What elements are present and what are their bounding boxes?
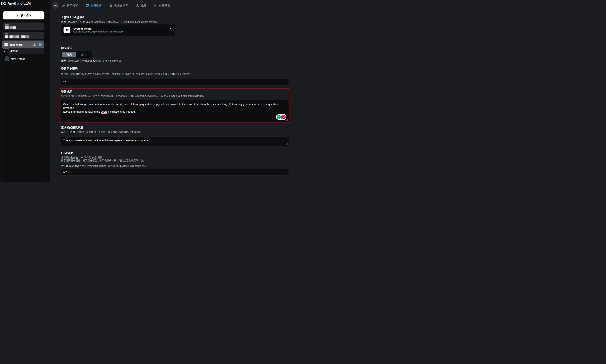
plus-icon: ＋ (16, 13, 19, 18)
settings-tab-bar: 通用设置 聊天设置 向量数据库 成员 代理配置 (61, 0, 171, 12)
upload-icon[interactable] (32, 42, 36, 47)
workspace-grid-icon (4, 43, 8, 46)
lightbulb-icon (277, 115, 281, 119)
llm-temperature-input[interactable] (61, 169, 289, 176)
llm-provider-description: 将用于此工作区的特定 LLM 提供商和模型。默认情况下，它使用系统 LLM 提供… (61, 20, 160, 24)
chat-mode-desc-italic: 和 (92, 59, 95, 62)
section-divider (61, 41, 289, 41)
tab-members[interactable]: 成员 (135, 0, 147, 12)
section-title-chat-mode: 聊天模式 (61, 46, 72, 50)
section-title-llm-provider: 工作区 LLM 提供者 (61, 15, 85, 19)
thread-name: default (10, 50, 18, 52)
tab-chat-settings[interactable]: 聊天设置 (85, 0, 102, 12)
new-thread-button[interactable]: ＋ New Thread (5, 56, 25, 61)
chat-mode-option-query[interactable]: 查询 (76, 52, 91, 57)
chat-mode-option-chat[interactable]: 聊天 (62, 52, 76, 57)
refusal-desc-chip: 查询 (69, 130, 76, 134)
workspace-item-redacted[interactable] (3, 32, 44, 39)
chat-mode-desc-rest: 找到的文档上下文的答案。 (95, 59, 124, 62)
app-logo: Anything LLM (1, 1, 31, 6)
prompt-text-spellcheck: follow up (131, 103, 142, 106)
robot-icon (154, 4, 157, 8)
query-refusal-description: 当处于 查询 模式时，当未找到上下文时，你可能希望返回自定义拒绝响应。 (61, 130, 144, 134)
chat-bubble-icon (86, 4, 89, 8)
new-workspace-label: 新工作区 (21, 14, 32, 17)
tab-agent-config[interactable]: 代理配置 (154, 0, 171, 12)
chat-mode-description: 聊天 将提供 LLM 的一般知识 和找到的文档上下文的答案。 (61, 59, 124, 63)
thread-item-default[interactable]: default (8, 48, 44, 54)
writing-assistant-widget[interactable]: 2 (276, 114, 286, 120)
tab-label: 通用设置 (67, 4, 78, 8)
thread-connector-line (4, 47, 7, 52)
chat-history-input[interactable] (61, 79, 289, 85)
refusal-desc-after: 模式时，当未找到上下文时，你可能希望返回自定义拒绝响应。 (76, 131, 144, 133)
chat-history-description: 将包含在响应的短期记忆中的先前聊天的数量。推荐 20。任何超过 45 的值都可能… (61, 72, 193, 76)
back-arrow-icon (54, 4, 57, 7)
chat-history-desc-before: 将包含在响应的短期记忆中的先前聊天的数量。 (61, 73, 112, 75)
section-title-query-refusal: 查询模式拒绝响应 (61, 126, 83, 129)
temperature-desc-line2: 数字越高越有创意。对于某些模型，如果设置得太高，可能会导致响应不一致。 (61, 159, 145, 162)
new-thread-label: New Thread (11, 57, 25, 60)
user-icon (136, 4, 139, 8)
chat-mode-desc-mid: 将提供 LLM 的一般知识 (66, 59, 92, 62)
plus-icon: ＋ (5, 56, 9, 61)
new-workspace-button[interactable]: ＋ 新工作区 (3, 12, 44, 19)
system-default-logo-icon (64, 27, 70, 33)
section-title-llm-temperature: LLM 温度 (61, 151, 73, 155)
query-refusal-textarea[interactable]: There is no relevant information in this… (61, 136, 289, 146)
refusal-desc-before: 当处于 (61, 131, 69, 133)
temperature-desc-note: 大多数 LLM 都有各种可接受的有效值范围。请咨询你的LLM提供商以获取该信息。 (61, 164, 149, 168)
app-title: Anything LLM (8, 1, 31, 6)
temperature-desc-line1: 此设置控制你的 LLM 回答的“创意”程度 (61, 156, 103, 159)
workspace-item-test-work[interactable]: test_work (2, 40, 44, 49)
prompt-text: above information following the (63, 110, 101, 113)
sidebar: Anything LLM ＋ 新工作区 test_work (0, 0, 50, 182)
tab-vector-database[interactable]: 向量数据库 (109, 0, 129, 12)
refusal-text: There is no relevant information in this… (63, 139, 148, 142)
resize-handle-icon[interactable] (286, 118, 288, 122)
workspace-item-redacted[interactable] (3, 23, 44, 30)
chat-mode-toggle: 聊天 查询 (61, 51, 92, 58)
database-icon (109, 4, 113, 8)
chat-history-desc-italic: 推荐 20。 (112, 73, 122, 75)
prompt-text-spellcheck: users (101, 110, 107, 114)
selected-provider-name: System default (73, 27, 169, 30)
section-title-chat-prompt: 聊天提示 (61, 90, 72, 93)
gear-icon[interactable] (38, 42, 42, 47)
suggestion-count-badge: 2 (281, 115, 286, 119)
tab-label: 聊天设置 (91, 4, 102, 8)
chat-prompt-textarea[interactable]: Given the following conversation, releva… (61, 100, 289, 123)
llm-provider-select[interactable]: System default Use the system LLM prefer… (61, 25, 175, 36)
chat-history-desc-after: 任何超过 45 的值都可能导致连续聊天失败，具体取决于消息大小。 (122, 73, 194, 75)
selected-provider-description: Use the system LLM preference for this w… (73, 30, 169, 33)
anything-llm-logo-icon (1, 2, 6, 5)
back-button[interactable] (52, 2, 59, 9)
anythingllm-chat-settings-page: { "app": { "title": "Anything LLM" }, "c… (0, 0, 303, 182)
workspace-name: test_work (10, 43, 32, 46)
tab-label: 向量数据库 (114, 4, 128, 8)
prompt-text: Given the following conversation, releva… (63, 103, 131, 106)
chevron-up-down-icon[interactable] (169, 27, 172, 33)
resize-handle-icon[interactable] (286, 142, 288, 146)
tab-label: 代理配置 (159, 4, 170, 8)
chat-mode-desc-bold: 聊天 (61, 59, 66, 62)
tab-label: 成员 (141, 4, 146, 8)
section-title-chat-history: 聊天历史记录 (61, 67, 78, 70)
prompt-text: instructions as needed. (107, 110, 136, 113)
wrench-icon (62, 4, 65, 8)
chat-prompt-description: 将在此工作区上使用的提示。定义 AI 生成响应的上下文和指令。你应该提供精心设计… (61, 95, 207, 98)
tab-general-settings[interactable]: 通用设置 (61, 0, 78, 12)
